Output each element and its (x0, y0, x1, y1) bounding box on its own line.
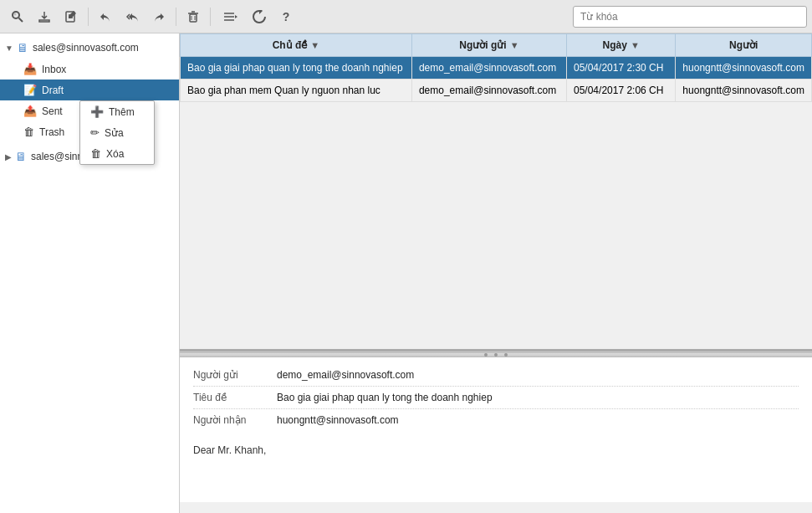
toolbar: ? (0, 0, 812, 33)
date-filter-icon[interactable]: ▼ (631, 40, 640, 50)
main-layout: ▼ 🖥 sales@sinnovasoft.com 📥 Inbox 📝 Draf… (0, 33, 812, 513)
sidebar-folder-sent-label: Sent (42, 105, 63, 117)
delete-context-icon: 🗑 (90, 147, 101, 160)
sidebar-folder-inbox[interactable]: 📥 Inbox (0, 59, 179, 80)
sidebar-folder-inbox-label: Inbox (42, 64, 66, 75)
context-edit-label: Sửa (105, 127, 124, 139)
email-cell-subject-1: Bao gia phan mem Quan ly nguon nhan luc (181, 80, 412, 102)
resize-dot-2 (494, 353, 498, 357)
trash-icon: 🗑 (23, 126, 34, 138)
context-menu-delete[interactable]: 🗑 Xóa (80, 143, 154, 164)
monitor-2-icon: 🖥 (15, 150, 27, 163)
recipient-value: huongntt@sinnovasoft.com (277, 414, 799, 426)
compose-btn[interactable] (59, 4, 84, 29)
email-list-container: Chủ đề ▼ Người gửi ▼ Ngà (180, 33, 812, 351)
recipient-label: Người nhận (193, 414, 277, 426)
subject-filter-icon[interactable]: ▼ (310, 40, 319, 50)
sender-filter-icon[interactable]: ▼ (510, 40, 519, 50)
svg-line-1 (19, 18, 23, 22)
svg-rect-6 (190, 14, 197, 22)
email-row-0[interactable]: Bao gia giai phap quan ly tong the doanh… (181, 57, 812, 80)
col-subject-label: Chủ đề (273, 39, 308, 51)
binoculars-btn[interactable] (5, 4, 30, 29)
detail-sender-row: Người gửi demo_email@sinnovasoft.com (193, 364, 799, 387)
email-cell-recipient-1: huongntt@sinnovasoft.com (676, 80, 812, 102)
help-btn[interactable]: ? (273, 4, 299, 29)
sender-label: Người gửi (193, 369, 277, 381)
menu-btn[interactable] (215, 4, 245, 29)
search-area (573, 6, 807, 28)
detail-fields: Người gửi demo_email@sinnovasoft.com Tiê… (180, 357, 812, 438)
email-cell-subject-0: Bao gia giai phap quan ly tong the doanh… (181, 57, 412, 80)
separator-1 (88, 8, 89, 26)
separator-3 (210, 8, 211, 26)
add-icon: ➕ (90, 105, 104, 118)
sidebar-folder-draft-label: Draft (42, 85, 64, 96)
svg-point-2 (14, 13, 17, 15)
col-date-label: Ngày (603, 39, 627, 51)
sidebar-account-1[interactable]: ▼ 🖥 sales@sinnovasoft.com (0, 37, 179, 59)
resize-dot-1 (484, 353, 488, 357)
col-sender: Người gửi ▼ (411, 34, 566, 57)
refresh-btn[interactable] (247, 4, 272, 29)
download-btn[interactable] (32, 4, 57, 29)
reply-all-btn[interactable] (120, 4, 145, 29)
reply-btn[interactable] (93, 4, 118, 29)
edit-icon: ✏ (90, 126, 100, 139)
inbox-icon: 📥 (23, 63, 37, 75)
email-cell-recipient-0: huongntt@sinnovasoft.com (676, 57, 812, 80)
resize-dot-3 (504, 353, 508, 357)
collapse-arrow-icon: ▼ (5, 44, 13, 53)
email-body-text: Dear Mr. Khanh, (193, 444, 266, 456)
context-menu: ➕ Thêm ✏ Sửa 🗑 Xóa (79, 100, 155, 165)
email-cell-date-0: 05/04/2017 2:30 CH (567, 57, 676, 80)
search-input[interactable] (573, 6, 807, 28)
right-panel: Chủ đề ▼ Người gửi ▼ Ngà (180, 33, 812, 513)
sidebar-folder-draft[interactable]: 📝 Draft (0, 80, 179, 100)
email-cell-sender-0: demo_email@sinnovasoft.com (411, 57, 566, 80)
col-recipient-label: Người (729, 39, 758, 51)
email-table: Chủ đề ▼ Người gửi ▼ Ngà (180, 33, 812, 102)
sidebar-account-email: sales@sinnovasoft.com (33, 42, 139, 54)
sent-icon: 📤 (23, 105, 37, 117)
email-detail: Người gửi demo_email@sinnovasoft.com Tiê… (180, 351, 812, 502)
context-add-label: Thêm (109, 106, 135, 118)
separator-2 (176, 8, 176, 26)
delete-btn[interactable] (181, 4, 206, 29)
detail-recipient-row: Người nhận huongntt@sinnovasoft.com (193, 409, 799, 431)
subject-value: Bao gia giai phap quan ly tong the doanh… (277, 392, 799, 403)
detail-subject-row: Tiêu đề Bao gia giai phap quan ly tong t… (193, 387, 799, 409)
context-delete-label: Xóa (106, 148, 124, 160)
collapse-arrow-2-icon: ▶ (5, 152, 12, 162)
subject-label: Tiêu đề (193, 392, 277, 403)
sender-value: demo_email@sinnovasoft.com (277, 369, 799, 381)
forward-btn[interactable] (146, 4, 171, 29)
sidebar: ▼ 🖥 sales@sinnovasoft.com 📥 Inbox 📝 Draf… (0, 33, 180, 513)
context-menu-add[interactable]: ➕ Thêm (80, 101, 154, 122)
col-subject: Chủ đề ▼ (181, 34, 412, 57)
email-cell-date-1: 05/04/2017 2:06 CH (567, 80, 676, 102)
email-row-1[interactable]: Bao gia phan mem Quan ly nguon nhan lucd… (181, 80, 812, 102)
col-date: Ngày ▼ (567, 34, 676, 57)
monitor-icon: 🖥 (17, 41, 28, 54)
sidebar-folder-trash-label: Trash (39, 126, 64, 138)
context-menu-edit[interactable]: ✏ Sửa (80, 122, 154, 143)
email-cell-sender-1: demo_email@sinnovasoft.com (411, 80, 566, 102)
email-body: Dear Mr. Khanh, (180, 438, 812, 463)
col-recipient: Người (676, 34, 812, 57)
draft-icon: 📝 (23, 84, 37, 96)
col-sender-label: Người gửi (459, 39, 506, 51)
